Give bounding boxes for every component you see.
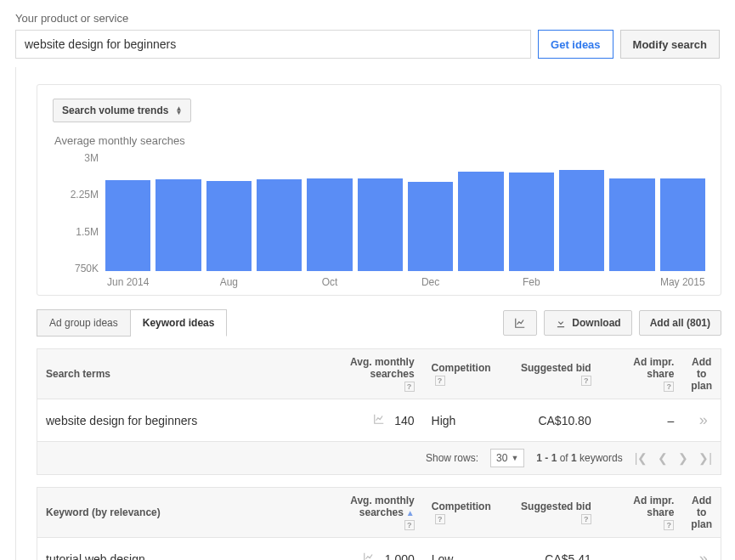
x-tick (155, 276, 201, 288)
table-row: tutorial web design 1,000 Low CA$5.41 – … (37, 538, 721, 561)
th-keyword[interactable]: Keyword (by relevance) (37, 488, 315, 538)
download-label: Download (572, 317, 620, 329)
help-icon[interactable]: ? (435, 514, 445, 524)
th-avg-searches[interactable]: Avg. monthly searches? (315, 349, 423, 399)
sort-arrows-icon: ▲▼ (175, 106, 182, 115)
cell-avg: 140 (315, 399, 423, 442)
get-ideas-button[interactable]: Get ideas (538, 30, 613, 59)
pager-prev-button[interactable]: ❮ (658, 451, 668, 465)
x-tick (358, 276, 403, 288)
chart-bar[interactable] (408, 182, 453, 271)
pager-next-button[interactable]: ❯ (678, 451, 688, 465)
help-icon[interactable]: ? (581, 514, 591, 524)
rows-per-page-select[interactable]: 30 ▼ (490, 449, 524, 467)
th-impr-share[interactable]: Ad impr. share? (600, 349, 683, 399)
chart-bar[interactable] (559, 170, 604, 271)
chart-bar[interactable] (458, 172, 503, 271)
sort-asc-icon: ▲ (406, 508, 415, 518)
th-search-terms[interactable]: Search terms (37, 349, 315, 399)
pager-first-button[interactable]: |❮ (635, 451, 648, 465)
x-tick: Dec (408, 276, 453, 288)
chart-bar[interactable] (155, 179, 201, 271)
th-add-to-plan: Add to plan (682, 349, 721, 399)
cell-competition: High (423, 399, 507, 442)
cell-competition: Low (423, 538, 507, 561)
search-input[interactable] (15, 30, 531, 59)
chart-bar[interactable] (358, 178, 403, 271)
help-icon[interactable]: ? (435, 376, 445, 386)
cell-bid: CA$10.80 (507, 399, 600, 442)
chart-bar[interactable] (307, 178, 352, 271)
y-tick: 2.25M (71, 189, 99, 201)
chart-bar[interactable] (257, 179, 302, 271)
chart-metric-dropdown[interactable]: Search volume trends ▲▼ (53, 99, 191, 122)
line-chart-icon (514, 317, 526, 329)
search-terms-table: Search terms Avg. monthly searches? Comp… (37, 348, 721, 475)
y-tick: 750K (75, 263, 99, 274)
tab-ad-group-ideas[interactable]: Ad group ideas (37, 309, 131, 337)
chart-bar[interactable] (609, 178, 654, 271)
trend-icon[interactable] (373, 413, 385, 425)
tab-keyword-ideas[interactable]: Keyword ideas (131, 309, 228, 337)
chart-metric-label: Search volume trends (62, 105, 168, 116)
help-icon[interactable]: ? (404, 382, 415, 392)
add-to-plan-button[interactable]: » (699, 411, 704, 428)
th-impr-share[interactable]: Ad impr. share? (600, 488, 683, 538)
x-tick (609, 276, 654, 288)
x-tick: Oct (307, 276, 352, 288)
modify-search-button[interactable]: Modify search (620, 30, 720, 59)
help-icon[interactable]: ? (664, 382, 674, 392)
add-to-plan-button[interactable]: » (699, 550, 704, 560)
download-button[interactable]: Download (544, 310, 631, 336)
chart-bar[interactable] (509, 173, 554, 271)
chart-bar[interactable] (660, 178, 705, 271)
pager-row: Show rows: 30 ▼ 1 - 1 of 1 keywords |❮ ❮… (37, 442, 721, 475)
cell-term: tutorial web design (37, 538, 315, 561)
y-tick: 3M (84, 152, 99, 164)
th-suggested-bid[interactable]: Suggested bid? (507, 349, 600, 399)
keyword-ideas-table: Keyword (by relevance) Avg. monthly sear… (37, 487, 721, 560)
cell-avg: 1,000 (314, 538, 423, 561)
chart-x-axis: Jun 2014AugOctDecFebMay 2015 (105, 276, 705, 288)
th-competition[interactable]: Competition? (423, 488, 507, 538)
chart-card: Search volume trends ▲▼ Average monthly … (37, 84, 721, 296)
x-tick: Jun 2014 (105, 276, 150, 288)
help-icon[interactable]: ? (404, 520, 415, 530)
x-tick: Aug (206, 276, 252, 288)
help-icon[interactable]: ? (581, 376, 591, 386)
cell-term: website design for beginners (37, 399, 315, 442)
x-tick (458, 276, 503, 288)
search-label: Your product or service (15, 12, 720, 25)
add-all-button[interactable]: Add all (801) (639, 310, 721, 336)
chart-subtitle: Average monthly searches (54, 134, 705, 147)
download-icon (555, 317, 567, 329)
x-tick: May 2015 (660, 276, 705, 288)
th-suggested-bid[interactable]: Suggested bid? (507, 488, 600, 538)
y-tick: 1.5M (76, 226, 99, 238)
pager-last-button[interactable]: ❯| (698, 451, 712, 465)
chart-bar[interactable] (206, 181, 252, 271)
chart-bars (105, 152, 705, 271)
chart-y-axis: 3M2.25M1.5M750K (53, 152, 105, 288)
show-rows-label: Show rows: (426, 452, 478, 464)
trend-icon[interactable] (363, 552, 375, 560)
chart-view-button[interactable] (503, 310, 537, 336)
cell-impr: – (600, 399, 683, 442)
x-tick (559, 276, 604, 288)
x-tick: Feb (509, 276, 554, 288)
pager-range: 1 - 1 of 1 keywords (536, 452, 622, 464)
help-icon[interactable]: ? (664, 520, 674, 530)
th-avg-searches[interactable]: Avg. monthly searches▲? (314, 488, 423, 538)
th-competition[interactable]: Competition ? (423, 349, 507, 399)
chevron-down-icon: ▼ (511, 454, 518, 462)
cell-impr: – (600, 538, 683, 561)
th-add-to-plan: Add to plan (682, 488, 721, 538)
table-row: website design for beginners 140 High CA… (37, 399, 721, 442)
x-tick (257, 276, 302, 288)
chart-bar[interactable] (105, 180, 150, 271)
cell-bid: CA$5.41 (507, 538, 600, 561)
